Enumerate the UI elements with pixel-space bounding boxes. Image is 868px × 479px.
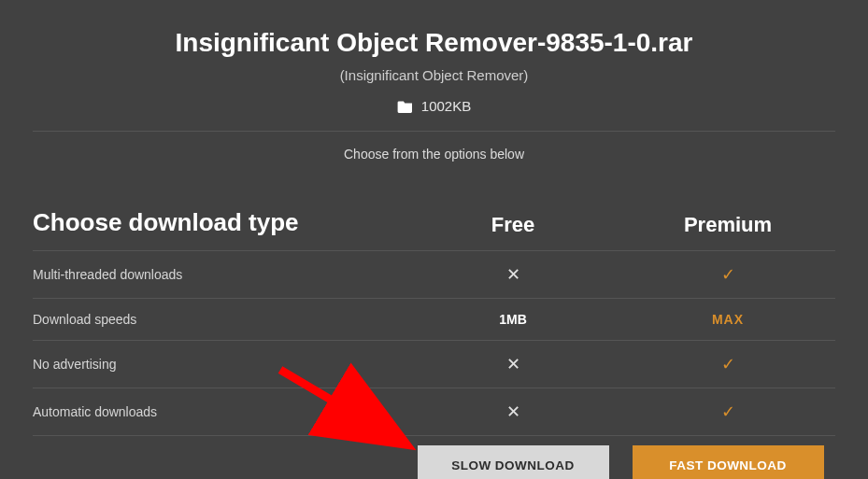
table-row: Download speeds 1MB MAX [33, 299, 835, 341]
divider [33, 131, 835, 132]
premium-value: MAX [620, 312, 835, 327]
file-title: Insignificant Object Remover-9835-1-0.ra… [33, 28, 835, 58]
table-row: No advertising ✕ ✓ [33, 341, 835, 388]
premium-value: ✓ [620, 264, 835, 285]
premium-value: ✓ [620, 354, 835, 374]
premium-value: ✓ [620, 402, 835, 422]
free-value: ✕ [406, 402, 620, 422]
feature-label: No advertising [33, 357, 406, 372]
check-icon: ✓ [721, 265, 735, 284]
check-icon: ✓ [721, 355, 735, 373]
table-row: Automatic downloads ✕ ✓ [33, 388, 835, 436]
col-header-premium: Premium [620, 213, 835, 237]
premium-speed: MAX [712, 312, 744, 327]
check-icon: ✓ [721, 402, 735, 421]
free-speed: 1MB [499, 312, 527, 327]
fast-download-button[interactable]: FAST DOWNLOAD [633, 445, 824, 479]
button-row: SLOW DOWNLOAD FAST DOWNLOAD [33, 445, 835, 479]
free-value: ✕ [406, 354, 620, 374]
download-options-container: Insignificant Object Remover-9835-1-0.ra… [0, 0, 868, 479]
feature-label: Automatic downloads [33, 404, 406, 419]
cross-icon: ✕ [506, 402, 520, 421]
cross-icon: ✕ [506, 355, 520, 373]
fast-download-col: FAST DOWNLOAD [620, 445, 835, 479]
file-size: 1002KB [421, 98, 471, 114]
table-row: Multi-threaded downloads ✕ ✓ [33, 251, 835, 299]
table-heading: Choose download type [33, 208, 406, 237]
cross-icon: ✕ [506, 265, 520, 284]
col-header-free: Free [406, 213, 620, 237]
folder-icon [397, 100, 414, 113]
free-value: ✕ [406, 264, 620, 285]
file-header: Insignificant Object Remover-9835-1-0.ra… [33, 28, 835, 114]
feature-label: Download speeds [33, 312, 406, 327]
feature-label: Multi-threaded downloads [33, 267, 406, 282]
comparison-table: Choose download type Free Premium Multi-… [33, 208, 835, 479]
file-size-row: 1002KB [33, 98, 835, 114]
file-subtitle: (Insignificant Object Remover) [33, 67, 835, 83]
slow-download-button[interactable]: SLOW DOWNLOAD [418, 445, 609, 479]
free-value: 1MB [406, 312, 620, 327]
slow-download-col: SLOW DOWNLOAD [406, 445, 620, 479]
instruction-text: Choose from the options below [33, 147, 835, 162]
table-header-row: Choose download type Free Premium [33, 208, 835, 251]
